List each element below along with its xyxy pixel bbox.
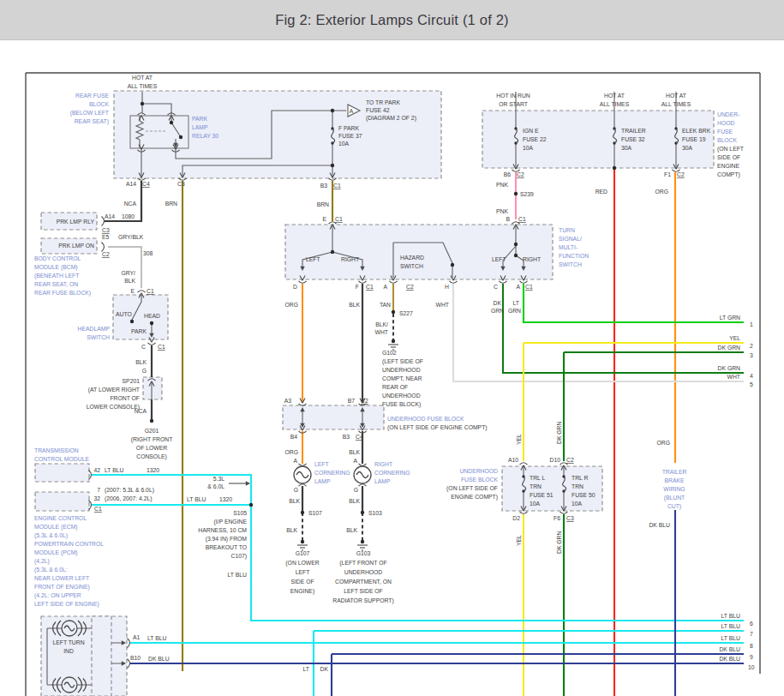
diagram-label: S105 xyxy=(233,510,247,516)
diagram-label: C1 xyxy=(366,284,374,290)
diagram-label: WHT xyxy=(436,302,449,308)
splice-s239 xyxy=(514,192,518,195)
diagram-label: C1 xyxy=(147,288,154,294)
diagram-label: SIDE OF xyxy=(717,154,740,160)
diagram-label: BLK xyxy=(349,449,360,455)
diagram-label: A1 xyxy=(133,634,141,640)
diagram-label: 10A xyxy=(530,501,541,507)
diagram-label: GRN xyxy=(491,308,504,314)
diagram-label: NCA xyxy=(124,201,137,207)
diagram-label: G102 xyxy=(382,350,397,356)
diagram-label: HOT AT xyxy=(132,75,153,81)
diagram-label: A xyxy=(350,108,354,114)
diagram-label: BLK xyxy=(124,278,135,284)
engine-variant-arrow xyxy=(229,481,250,485)
diagram-label: (BLUNT xyxy=(664,495,685,501)
diagram-label: BODY CONTROL xyxy=(34,255,81,261)
diagram-label: G103 xyxy=(356,550,371,556)
diagram-label: BREAKOUT TO xyxy=(206,544,247,550)
diagram-label: DK xyxy=(494,300,502,306)
diagram-label: F1 xyxy=(664,171,671,177)
diagram-label: BLK xyxy=(346,527,357,533)
diagram-label: B3 xyxy=(320,183,328,189)
diagram-label: C xyxy=(141,344,146,350)
diagram-label: C2 xyxy=(361,398,368,404)
diagram-label: (ON LOWER xyxy=(285,560,319,567)
diagram-label: FUSE 51 xyxy=(530,492,554,498)
diagram-label: E xyxy=(130,288,135,294)
diagram-label: LAMP xyxy=(374,478,391,484)
diagram-label: TURN xyxy=(559,227,575,233)
diagram-label: F6 xyxy=(554,515,560,521)
diagram-label: (3.94 IN) FROM xyxy=(206,536,248,543)
diagram-label: TRANSMISSION xyxy=(34,447,79,453)
diagram-label: FUSE BLOCK) xyxy=(382,401,421,408)
diagram-label: LT BLU xyxy=(147,635,167,641)
diagram-label: (2007: 5.3L & 6.0L) xyxy=(105,487,154,494)
diagram-label: ENGINE CONTROL xyxy=(34,515,87,521)
diagram-label: HEADLAMP xyxy=(78,326,111,332)
diagram-label: (4.2L) xyxy=(34,558,50,565)
diagram-label: UNDER- xyxy=(717,111,739,117)
diagram-label: NCA xyxy=(135,408,147,414)
diagram-label: S239 xyxy=(520,191,534,197)
diagram-label: C1 xyxy=(158,344,165,350)
diagram-label: SWITCH xyxy=(400,263,423,269)
diagram-label: DK BLU xyxy=(148,656,170,662)
diagram-label: (5.3L & 6.0L: xyxy=(34,567,68,573)
diagram-label: HOT IN RUN xyxy=(496,93,530,99)
diagram-label: BLK xyxy=(349,498,360,504)
diagram-label: BLK xyxy=(289,498,300,504)
diagram-label: SP201 xyxy=(123,378,141,384)
diagram-label: ORG xyxy=(285,302,298,308)
diagram-label: TRAILER xyxy=(662,469,687,475)
diagram-label: PARK xyxy=(131,328,147,334)
diagram-label: FUSE 50 xyxy=(572,492,595,498)
diagram-label: IGN E xyxy=(523,128,539,134)
wire-wht xyxy=(453,284,744,381)
diagram-label: MODULE (BCM) xyxy=(34,264,78,271)
diagram-label: LAMP xyxy=(314,478,331,484)
diagram-label: BLOCK xyxy=(717,137,738,143)
diagram-label: D2 xyxy=(512,515,520,521)
diagram-label: YEL xyxy=(516,535,522,546)
diagram-label: LEFT SIDE OF ENGINE) xyxy=(34,601,99,608)
diagram-label: 10 xyxy=(748,664,755,670)
diagram-label: (BENEATH LEFT xyxy=(34,273,79,279)
diagram-label: C2 xyxy=(566,457,574,463)
diagram-label: RIGHT xyxy=(374,461,392,467)
diagram-label: 30A xyxy=(682,145,693,151)
diagram-label: RELAY 30 xyxy=(192,133,218,139)
diagram-label: MULTI- xyxy=(559,244,578,250)
splice-s105 xyxy=(249,503,253,507)
diagram-label: ALL TIMES xyxy=(600,101,630,107)
diagram-label: PRK LMP ON xyxy=(58,243,94,249)
ground-g201 xyxy=(150,419,153,423)
splice-s227 xyxy=(392,310,395,314)
diagram-label: REAR SEAT, ON xyxy=(34,281,78,287)
diagram-label: B xyxy=(506,216,510,222)
diagram-label: 308 xyxy=(143,250,153,256)
diagram-label: DK GRN xyxy=(556,531,562,554)
diagram-label: CORNERING xyxy=(314,470,350,476)
diagram-label: FUSE BLOCK xyxy=(461,477,499,483)
diagram-label: G201 xyxy=(145,428,159,434)
diagram-label: H xyxy=(445,284,449,290)
diagram-label: B7 xyxy=(348,398,356,404)
diagram-label: TRAILER xyxy=(621,128,646,134)
diagram-label: LT BLU xyxy=(228,572,248,578)
diagram-label: ELEK BRK xyxy=(682,128,711,134)
diagram-label: LT xyxy=(303,666,309,672)
diagram-label: CUT) xyxy=(667,503,681,510)
diagram-label: LEFT xyxy=(314,461,329,467)
diagram-label: 10A xyxy=(338,141,350,147)
diagram-label: WHT xyxy=(727,374,740,380)
wire-lt-grn xyxy=(524,284,744,322)
diagram-label: C2 xyxy=(406,284,414,290)
diagram-label: HOT AT xyxy=(666,93,686,99)
diagram-label: 7 xyxy=(97,487,100,493)
diagram-label: C3 xyxy=(102,227,110,233)
diagram-label: S103 xyxy=(368,510,382,516)
diagram-label: E5 xyxy=(102,234,110,240)
diagram-label: BLK/ xyxy=(375,321,388,327)
